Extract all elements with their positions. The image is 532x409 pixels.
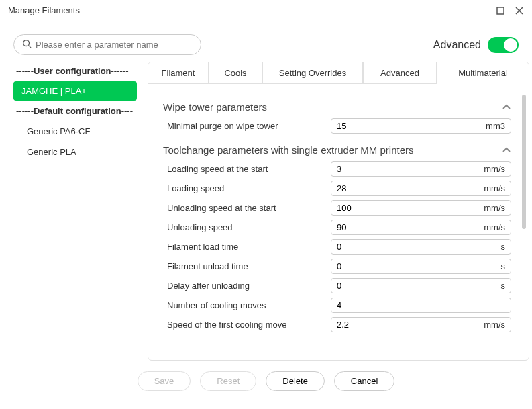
- field-unload-speed[interactable]: mm/s: [331, 220, 511, 235]
- input-cooling-moves[interactable]: [337, 300, 505, 310]
- scrollbar[interactable]: [522, 95, 526, 229]
- sidebar-item-jamghe-pla[interactable]: JAMGHE | PLA+: [13, 81, 137, 101]
- label-unload-speed: Unloading speed: [163, 222, 331, 232]
- field-load-speed[interactable]: mm/s: [331, 181, 511, 196]
- settings-panel: Filament Cools Setting Overrides Advance…: [148, 62, 529, 361]
- sidebar-user-header: ------User configuration------: [13, 62, 137, 80]
- tab-filament[interactable]: Filament: [148, 62, 209, 84]
- field-first-cooling-speed[interactable]: mm/s: [331, 317, 511, 332]
- section-tool-title: Toolchange parameters with single extrud…: [163, 144, 414, 156]
- field-min-purge[interactable]: mm3: [331, 118, 511, 134]
- input-unload-speed[interactable]: [337, 222, 484, 232]
- label-min-purge: Minimal purge on wipe tower: [163, 121, 331, 131]
- input-delay-after-unload[interactable]: [337, 281, 501, 291]
- field-cooling-moves[interactable]: [331, 298, 511, 313]
- input-load-speed[interactable]: [337, 183, 484, 193]
- chevron-up-icon[interactable]: [502, 146, 511, 155]
- label-delay-after-unload: Delay after unloading: [163, 281, 331, 291]
- label-filament-load-time: Filament load time: [163, 242, 331, 252]
- reset-button[interactable]: Reset: [200, 371, 256, 391]
- field-filament-load-time[interactable]: s: [331, 239, 511, 255]
- tab-setting-overrides[interactable]: Setting Overrides: [262, 62, 363, 84]
- input-unload-speed-start[interactable]: [337, 203, 484, 213]
- search-input[interactable]: [36, 40, 193, 50]
- input-filament-load-time[interactable]: [337, 242, 501, 252]
- window-title: Manage Filaments: [8, 5, 80, 15]
- save-button[interactable]: Save: [138, 371, 191, 391]
- close-button[interactable]: [515, 6, 524, 15]
- label-load-speed-start: Loading speed at the start: [163, 164, 331, 174]
- tab-multimaterial[interactable]: Multimaterial: [437, 62, 529, 84]
- input-load-speed-start[interactable]: [337, 164, 484, 174]
- tab-cools[interactable]: Cools: [209, 62, 262, 84]
- field-filament-unload-time[interactable]: s: [331, 259, 511, 274]
- row-min-purge: Minimal purge on wipe tower mm3: [163, 118, 511, 134]
- label-load-speed: Loading speed: [163, 183, 331, 193]
- input-min-purge[interactable]: [337, 121, 486, 131]
- field-delay-after-unload[interactable]: s: [331, 278, 511, 293]
- advanced-toggle[interactable]: [488, 37, 519, 53]
- svg-point-1: [23, 40, 30, 46]
- sidebar-default-header: ------Default configuration----: [13, 102, 137, 120]
- field-load-speed-start[interactable]: mm/s: [331, 161, 511, 177]
- cancel-button[interactable]: Cancel: [334, 371, 394, 391]
- input-filament-unload-time[interactable]: [337, 261, 501, 271]
- label-first-cooling-speed: Speed of the first cooling move: [163, 320, 331, 330]
- section-wipe-title: Wipe tower parameters: [163, 101, 267, 113]
- tab-advanced[interactable]: Advanced: [363, 62, 437, 84]
- search-input-wrap[interactable]: [13, 34, 201, 55]
- label-unload-speed-start: Unloading speed at the start: [163, 203, 331, 213]
- svg-rect-0: [497, 7, 504, 14]
- input-first-cooling-speed[interactable]: [337, 320, 484, 330]
- label-cooling-moves: Number of cooling moves: [163, 300, 331, 310]
- search-icon: [22, 39, 32, 50]
- field-unload-speed-start[interactable]: mm/s: [331, 200, 511, 216]
- tabs: Filament Cools Setting Overrides Advance…: [148, 62, 529, 84]
- sidebar: ------User configuration------ JAMGHE | …: [13, 62, 148, 361]
- sidebar-item-generic-pa6cf[interactable]: Generic PA6-CF: [13, 122, 137, 141]
- maximize-button[interactable]: [496, 6, 505, 15]
- sidebar-item-generic-pla[interactable]: Generic PLA: [13, 142, 137, 162]
- advanced-label: Advanced: [433, 39, 481, 51]
- chevron-up-icon[interactable]: [502, 103, 511, 112]
- label-filament-unload-time: Filament unload time: [163, 261, 331, 271]
- delete-button[interactable]: Delete: [266, 371, 325, 391]
- unit-min-purge: mm3: [486, 121, 505, 131]
